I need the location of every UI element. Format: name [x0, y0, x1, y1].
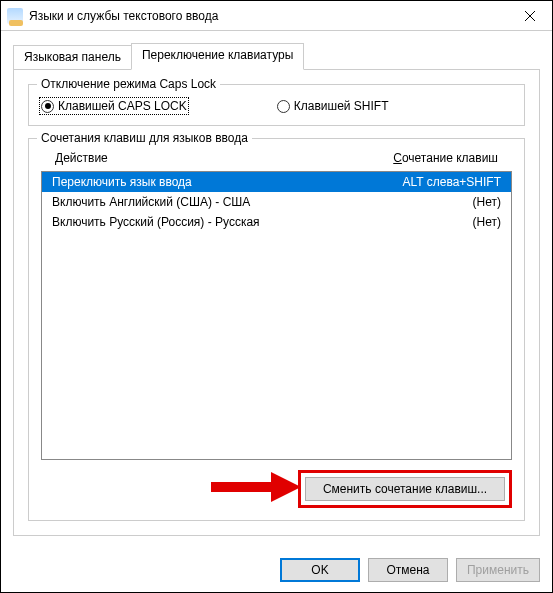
apply-button[interactable]: Применить [456, 558, 540, 582]
close-icon [525, 11, 535, 21]
tab-language-bar[interactable]: Языковая панель [13, 45, 132, 70]
list-item-hotkey: (Нет) [473, 215, 501, 229]
capslock-groupbox: Отключение режима Caps Lock Клавишей CAP… [28, 84, 525, 126]
change-hotkey-button[interactable]: Сменить сочетание клавиш... [305, 477, 505, 501]
list-item-action: Включить Английский (США) - США [52, 195, 250, 209]
list-header: Действие Сочетание клавиш [41, 149, 512, 171]
highlight-annotation: Сменить сочетание клавиш... [298, 470, 512, 508]
list-item-hotkey: (Нет) [473, 195, 501, 209]
list-item[interactable]: Переключить язык ввода ALT слева+SHIFT [42, 172, 511, 192]
titlebar: Языки и службы текстового ввода [1, 1, 552, 31]
cancel-button[interactable]: Отмена [368, 558, 448, 582]
change-button-row: Сменить сочетание клавиш... [41, 470, 512, 508]
arrow-annotation-icon [211, 472, 301, 502]
tab-content: Отключение режима Caps Lock Клавишей CAP… [13, 69, 540, 536]
radio-icon [277, 100, 290, 113]
hotkey-groupbox: Сочетания клавиш для языков ввода Действ… [28, 138, 525, 521]
radio-shift-label: Клавишей SHIFT [294, 99, 389, 113]
ok-button[interactable]: OK [280, 558, 360, 582]
col-hotkey: Сочетание клавиш [393, 151, 498, 165]
svg-marker-3 [271, 472, 301, 502]
radio-shift[interactable]: Клавишей SHIFT [277, 99, 389, 113]
radio-caps-lock[interactable]: Клавишей CAPS LOCK [41, 99, 187, 113]
capslock-group-title: Отключение режима Caps Lock [37, 77, 220, 91]
window-body: Языковая панель Переключение клавиатуры … [1, 31, 552, 548]
app-icon [7, 8, 23, 24]
tab-strip: Языковая панель Переключение клавиатуры [13, 43, 540, 70]
col-action: Действие [55, 151, 108, 165]
capslock-radio-row: Клавишей CAPS LOCK Клавишей SHIFT [41, 95, 512, 113]
list-item-action: Включить Русский (Россия) - Русская [52, 215, 260, 229]
svg-rect-2 [211, 482, 271, 492]
list-item-hotkey: ALT слева+SHIFT [403, 175, 502, 189]
list-item[interactable]: Включить Русский (Россия) - Русская (Нет… [42, 212, 511, 232]
hotkey-listbox[interactable]: Переключить язык ввода ALT слева+SHIFT В… [41, 171, 512, 460]
tab-keyboard-switch[interactable]: Переключение клавиатуры [131, 43, 304, 70]
hotkey-group-title: Сочетания клавиш для языков ввода [37, 131, 252, 145]
list-item-action: Переключить язык ввода [52, 175, 192, 189]
radio-icon [41, 100, 54, 113]
list-item[interactable]: Включить Английский (США) - США (Нет) [42, 192, 511, 212]
dialog-button-row: OK Отмена Применить [1, 548, 552, 592]
radio-caps-lock-label: Клавишей CAPS LOCK [58, 99, 187, 113]
window-title: Языки и службы текстового ввода [29, 9, 507, 23]
close-button[interactable] [507, 1, 552, 30]
